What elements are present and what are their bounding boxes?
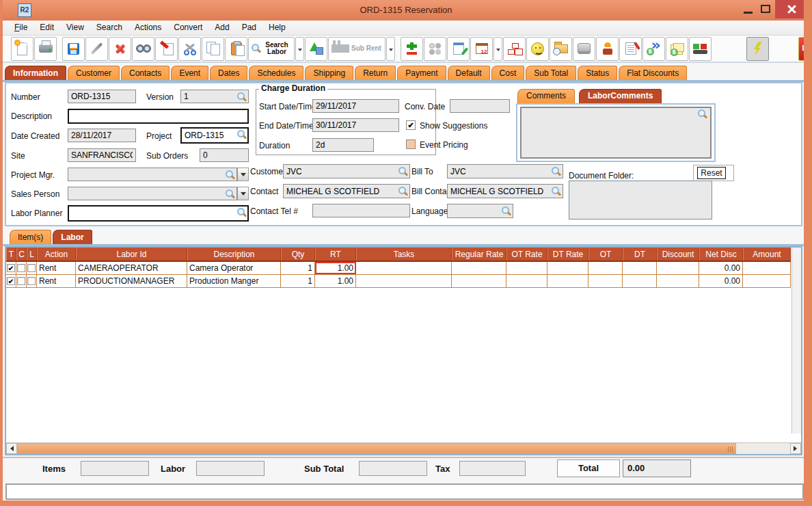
tab-contacts[interactable]: Contacts <box>121 66 170 81</box>
delivery-truck-button[interactable] <box>689 37 712 61</box>
crew-button[interactable] <box>596 37 619 61</box>
contact-field[interactable] <box>283 184 410 198</box>
tab-sub-total[interactable]: Sub Total <box>526 66 576 81</box>
customer-search-icon[interactable] <box>398 167 408 176</box>
conv-date-field[interactable] <box>450 99 510 113</box>
sales-person-field[interactable] <box>68 187 237 200</box>
row1-ot[interactable] <box>588 262 623 274</box>
tab-information[interactable]: Information <box>5 66 66 81</box>
smiley-button[interactable] <box>526 37 549 61</box>
dollar-forward-button[interactable] <box>642 37 665 61</box>
row2-check-c[interactable] <box>16 275 27 287</box>
copy-button[interactable] <box>202 37 224 61</box>
tab-flat-discounts[interactable]: Flat Discounts <box>619 66 687 81</box>
cut-button[interactable] <box>178 37 201 61</box>
row1-qty[interactable]: 1 <box>281 262 315 274</box>
search-labor-button[interactable]: Search Labor <box>248 37 295 61</box>
customer-field[interactable] <box>283 164 410 178</box>
convert-items-button[interactable] <box>305 37 327 61</box>
delete-button[interactable] <box>109 37 131 61</box>
tab-items[interactable]: Item(s) <box>10 230 51 245</box>
col-regular-rate[interactable]: Regular Rate <box>452 248 506 261</box>
labor-comments-box[interactable] <box>520 107 712 159</box>
row1-dt[interactable] <box>623 262 657 274</box>
col-l[interactable]: L <box>27 248 37 261</box>
bill-contact-search-icon[interactable] <box>552 187 561 196</box>
items-total-field[interactable] <box>81 461 149 476</box>
row1-check-l[interactable] <box>27 262 37 274</box>
contact-tel-field[interactable] <box>312 204 410 217</box>
end-date-field[interactable] <box>312 118 399 132</box>
sales-person-dropdown[interactable] <box>237 187 249 200</box>
bill-to-field[interactable] <box>447 164 563 178</box>
col-description[interactable]: Description <box>187 248 281 261</box>
sub-rent-dropdown[interactable] <box>386 37 395 61</box>
tax-field[interactable] <box>459 461 526 476</box>
key-button[interactable] <box>573 37 595 61</box>
sub-rent-button[interactable]: Sub Rent <box>328 37 385 61</box>
menu-edit[interactable]: Edit <box>33 21 60 35</box>
menu-pad[interactable]: Pad <box>236 21 262 35</box>
col-ot[interactable]: OT <box>588 248 623 261</box>
sub-orders-field[interactable] <box>200 148 249 162</box>
calendar-button[interactable] <box>470 37 493 61</box>
language-search-icon[interactable] <box>502 207 511 216</box>
site-field[interactable] <box>68 148 136 162</box>
row2-check-l[interactable] <box>27 275 37 287</box>
project-mgr-search-icon[interactable] <box>226 170 235 180</box>
col-tasks[interactable]: Tasks <box>356 248 452 261</box>
col-dt[interactable]: DT <box>623 248 657 261</box>
col-qty[interactable]: Qty <box>281 248 315 261</box>
col-net-disc[interactable]: Net Disc <box>699 248 743 261</box>
row2-qty[interactable]: 1 <box>281 275 315 287</box>
col-c[interactable]: C <box>16 248 27 261</box>
date-created-field[interactable] <box>68 129 136 142</box>
row1-regular-rate[interactable] <box>452 262 506 274</box>
sales-person-search-icon[interactable] <box>226 189 235 199</box>
labor-total-field[interactable] <box>196 461 265 476</box>
close-icon[interactable] <box>775 0 808 18</box>
description-field[interactable] <box>68 109 249 124</box>
row2-rt[interactable]: 1.00 <box>315 275 356 287</box>
project-search-icon[interactable] <box>237 130 247 139</box>
row1-amount[interactable] <box>743 262 791 274</box>
number-field[interactable] <box>68 90 136 103</box>
scrollbar-thumb[interactable] <box>17 443 736 454</box>
menu-help[interactable]: Help <box>262 21 292 35</box>
row2-action[interactable]: Rent <box>37 275 76 287</box>
lightning-button[interactable] <box>746 37 769 61</box>
row2-ot[interactable] <box>588 275 623 287</box>
folder-clock-button[interactable] <box>550 37 572 61</box>
search-labor-dropdown[interactable] <box>295 37 304 61</box>
new-document-button[interactable] <box>11 37 33 61</box>
tab-shipping[interactable]: Shipping <box>305 66 353 81</box>
col-labor-id[interactable]: Labor Id <box>76 248 187 261</box>
row1-rt-selected-cell[interactable]: 1.00 <box>315 262 356 274</box>
sub-total-field[interactable] <box>359 461 427 476</box>
menu-convert[interactable]: Convert <box>167 21 208 35</box>
row2-labor-id[interactable]: PRODUCTIONMANAGER <box>76 275 187 287</box>
tab-customer[interactable]: Customer <box>68 66 120 81</box>
labor-planner-search-icon[interactable] <box>237 208 247 217</box>
tab-schedules[interactable]: Schedules <box>249 66 303 81</box>
tab-cost[interactable]: Cost <box>491 66 525 81</box>
col-amount[interactable]: Amount <box>743 248 791 261</box>
menu-add[interactable]: Add <box>208 21 235 35</box>
row1-check-t[interactable]: ✔ <box>6 262 16 274</box>
row2-ot-rate[interactable] <box>506 275 547 287</box>
version-search-icon[interactable] <box>237 92 247 102</box>
menu-actions[interactable]: Actions <box>128 21 167 35</box>
minimize-icon[interactable] <box>744 12 753 14</box>
row2-dt-rate[interactable] <box>547 275 588 287</box>
bill-to-search-icon[interactable] <box>552 167 561 176</box>
project-mgr-field[interactable] <box>68 168 237 181</box>
scroll-left-icon[interactable] <box>6 443 17 454</box>
copy-order-button[interactable] <box>155 37 178 61</box>
event-pricing-checkbox[interactable] <box>406 139 416 149</box>
row1-check-c[interactable] <box>16 262 27 274</box>
tab-labor[interactable]: Labor <box>53 230 92 245</box>
row2-check-t[interactable]: ✔ <box>6 275 16 287</box>
row1-action[interactable]: Rent <box>37 262 76 274</box>
col-t[interactable]: T <box>6 248 16 261</box>
group-items-button[interactable] <box>424 37 446 61</box>
